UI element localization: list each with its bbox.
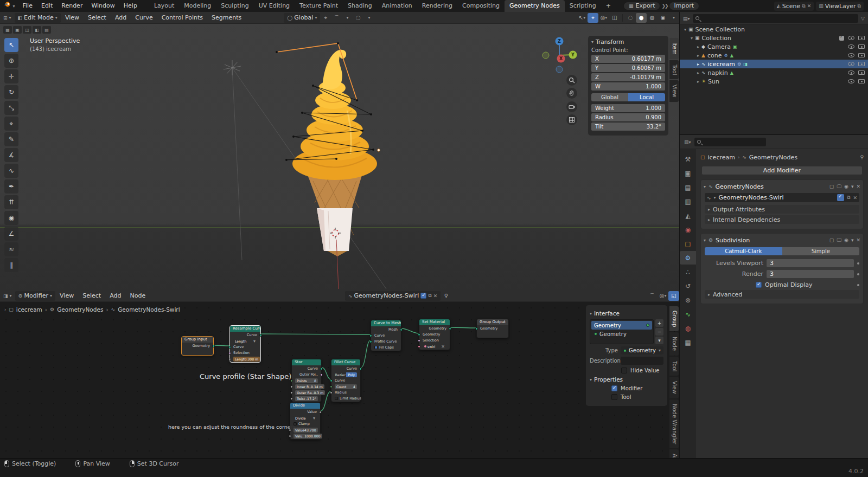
mode-dropdown[interactable]: ◧Edit Mode▾ — [15, 13, 61, 23]
bezier-button[interactable]: Bezier — [335, 372, 346, 377]
node-group-input[interactable]: Group Input Geometry — [181, 336, 214, 356]
node-header[interactable]: Set Material — [419, 319, 450, 325]
selectability-dropdown[interactable]: ↖▾ — [577, 13, 588, 23]
viewport-body[interactable]: ▦ ▣ ◫ ◧ ▤ ↖ ⊕ ✛ ↻ ⤡ ⌖ ✎ ∡ ∿ ✒ ⇈ ◉ ∠ ≈ ∥ … — [0, 24, 679, 290]
properties-search-input[interactable] — [694, 138, 766, 146]
curve-input-socket[interactable] — [228, 346, 231, 349]
properties-editor-icon[interactable]: ▥▾ — [684, 139, 691, 145]
tool-shear[interactable]: ∥ — [4, 258, 18, 272]
transform-w-field[interactable]: W1.000 — [591, 82, 665, 91]
geometry-output-socket[interactable] — [212, 345, 215, 347]
value2-input-socket[interactable] — [289, 435, 291, 437]
tab-constraints[interactable]: ⊗ — [680, 293, 696, 307]
zoom-button[interactable] — [566, 75, 577, 86]
node-header[interactable]: Curve to Mesh — [371, 320, 401, 326]
node-preview-toggle[interactable]: ◱ — [668, 291, 679, 301]
workspace-tab-shading[interactable]: Shading — [343, 0, 377, 12]
limit-radius-checkbox[interactable] — [335, 397, 338, 400]
optimal-display-checkbox[interactable] — [756, 282, 762, 288]
tab-render[interactable]: ▣ — [680, 166, 696, 180]
selection-input-socket[interactable] — [228, 352, 231, 354]
render-toggle-icon[interactable]: ◉ — [844, 237, 848, 243]
node-header[interactable]: Fillet Curve — [331, 359, 360, 365]
mode-toggle-2-icon[interactable]: ◫ — [23, 26, 31, 34]
mode-dropdown[interactable]: Length▾ — [233, 339, 257, 344]
workspace-tab-sculpting[interactable]: Sculpting — [216, 0, 253, 12]
curve-output-socket[interactable] — [359, 368, 362, 370]
tab-modifiers[interactable]: ⚙ — [680, 251, 696, 265]
tool-measure[interactable]: ∡ — [4, 148, 18, 162]
tab-particles[interactable]: ∴ — [680, 265, 696, 279]
tool-move[interactable]: ✛ — [4, 69, 18, 83]
unlink-icon[interactable]: ✕ — [433, 293, 438, 299]
overlays-toggle[interactable]: ◎▾ — [598, 13, 609, 23]
output-attributes-subpanel[interactable]: ▸Output Attributes — [705, 205, 859, 214]
outliner-search-input[interactable] — [693, 14, 859, 23]
advanced-subpanel[interactable]: ▸Advanced — [705, 290, 859, 299]
node-header[interactable]: Group Output — [477, 319, 508, 325]
radius-input-socket[interactable] — [330, 391, 333, 394]
tab-texture[interactable]: ▦ — [680, 336, 696, 349]
hide-eye-icon[interactable] — [848, 36, 854, 40]
unlink-icon[interactable]: ✕ — [853, 195, 857, 201]
local-space-button[interactable]: Local — [628, 93, 665, 101]
node-curve-to-mesh[interactable]: Curve to Mesh Mesh Curve Profile Curve F… — [371, 320, 401, 351]
close-icon[interactable]: ✕ — [856, 237, 860, 243]
global-space-button[interactable]: Global — [591, 93, 628, 101]
menu-file[interactable]: File — [18, 0, 37, 12]
node-menu-select[interactable]: Select — [78, 290, 105, 302]
radius-field[interactable]: Radius0.900 — [591, 113, 665, 121]
viewport-menu-segments[interactable]: Segments — [207, 12, 246, 24]
modifier-header[interactable]: ▾ ⚙ Subdivision ▢ 🖵 ◉ ▾ ✕ — [704, 235, 860, 245]
selection-input-socket[interactable] — [418, 339, 420, 342]
render-visibility-icon[interactable] — [858, 44, 865, 49]
workspace-tab-layout[interactable]: Layout — [149, 0, 179, 12]
tool-randomize[interactable]: ≈ — [4, 242, 18, 256]
outliner-editor-icon[interactable]: ▤▾ — [683, 16, 690, 21]
render-visibility-icon[interactable] — [858, 62, 865, 66]
camera-view-button[interactable] — [566, 101, 577, 112]
workspace-tab-scripting[interactable]: Scripting — [565, 0, 601, 12]
node-tree-selector[interactable]: ∿ GeometryNodes-Swirl ⧉ ✕ — [345, 291, 441, 301]
tab-output[interactable]: ▤ — [680, 181, 696, 194]
outliner-row-icecream[interactable]: ▸ ∿ icecream ⚙ ◨ — [680, 60, 868, 68]
viewport-menu-curve[interactable]: Curve — [131, 12, 157, 24]
tool-tilt[interactable]: ∠ — [4, 227, 18, 241]
render-visibility-icon[interactable] — [858, 36, 865, 40]
transform-orientation-dropdown[interactable]: ◯Global▾ — [284, 13, 320, 23]
hide-eye-icon[interactable] — [848, 79, 854, 83]
menu-edit[interactable]: Edit — [37, 0, 57, 12]
viewport-menu-add[interactable]: Add — [111, 12, 131, 24]
export-button[interactable]: ▦Export — [623, 2, 661, 10]
shading-dropdown[interactable]: ▾ — [668, 13, 679, 23]
xray-toggle[interactable]: ◫ — [609, 13, 620, 23]
workspace-tab-compositing[interactable]: Compositing — [457, 0, 505, 12]
render-visibility-icon[interactable] — [858, 70, 865, 75]
tool-draw-curve[interactable]: ∿ — [4, 164, 18, 178]
render-visibility-icon[interactable] — [858, 79, 865, 83]
tab-material[interactable]: ◍ — [680, 321, 696, 335]
snap-magnet-icon[interactable]: ⌒ — [331, 13, 342, 23]
mode-toggle-1-icon[interactable]: ▣ — [13, 26, 22, 34]
tab-object[interactable]: ▢ — [680, 237, 696, 250]
pin-icon[interactable]: ⚲ — [860, 154, 864, 160]
tab-world[interactable]: ◉ — [680, 223, 696, 236]
editor-type-button[interactable]: ◨▾ — [0, 291, 15, 301]
animate-dot-icon[interactable] — [857, 273, 859, 275]
tab-scene[interactable]: ◭ — [680, 209, 696, 222]
viewlayer-selector[interactable]: ▥ ViewLayer ⧉ — [816, 2, 864, 11]
node-menu-node[interactable]: Node — [125, 290, 150, 302]
tool-extrude[interactable]: ⇈ — [4, 195, 18, 209]
tool-scale[interactable]: ⤡ — [4, 101, 18, 115]
expand-caret-icon[interactable]: ▸ — [695, 79, 701, 84]
curve-input-socket[interactable] — [330, 379, 333, 382]
modifier-header[interactable]: ▾ ∿ GeometryNodes ▢ 🖵 ◉ ▾ ✕ — [704, 182, 860, 191]
outliner-row-napkin[interactable]: ▸ ∿ napkin ▲ — [680, 68, 868, 77]
hide-eye-icon[interactable] — [848, 44, 854, 49]
hide-eye-icon[interactable] — [848, 62, 854, 66]
tab-tool[interactable]: ⚒ — [680, 152, 696, 166]
shading-solid-button[interactable]: ● — [636, 13, 647, 23]
transform-x-field[interactable]: X0.60177 m — [591, 55, 665, 63]
geometry-output-socket[interactable] — [449, 327, 451, 330]
mode-toggle-4-icon[interactable]: ▤ — [42, 26, 51, 34]
